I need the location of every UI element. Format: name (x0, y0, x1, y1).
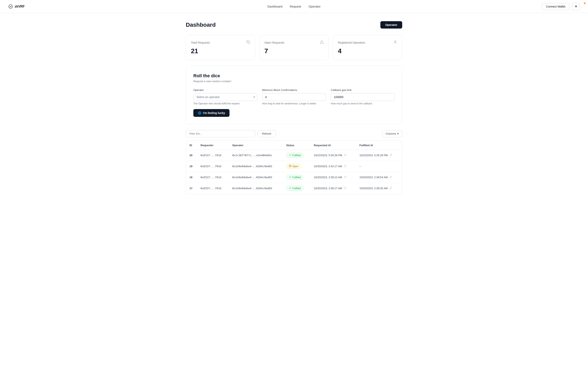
table-row: 18 0xE537...791d 0x1d4e9debe4...0264c9ed… (186, 172, 402, 183)
fulfilled-link-icon[interactable] (389, 176, 392, 179)
cell-requested-at: 10/20/2023, 2:42:17 AM (311, 161, 356, 172)
cell-operator: 0x1c36f7877c...e3e409e84c (229, 150, 283, 161)
svg-rect-1 (248, 42, 250, 44)
cell-status: Fulfilled (283, 150, 311, 161)
lucky-button[interactable]: 🌐 I'm feeling lucky (193, 109, 229, 117)
col-requested-at: Requested At (311, 141, 356, 150)
cell-operator: 0x1d4e9debe4...0264c9ed83 (229, 183, 283, 194)
svg-point-4 (395, 41, 396, 42)
status-icon (289, 176, 291, 179)
min-block-field-group: Minimum Block Confirmations How long to … (262, 89, 326, 105)
operator-label: Operator (193, 89, 257, 92)
cell-fulfilled-at: 10/20/2023, 2:38:35 AM (356, 183, 402, 194)
cell-fulfilled-at: 10/22/2023, 5:35:29 PM (356, 150, 402, 161)
requested-link-icon[interactable] (344, 154, 346, 157)
fulfilled-link-icon[interactable] (390, 154, 392, 157)
table-body: 20 0xE537...791d 0x1c36f7877c...e3e409e8… (186, 150, 402, 194)
cell-status: Fulfilled (283, 172, 311, 183)
stat-label-open: Open Requests (264, 41, 284, 44)
cell-requester: 0xE537...791d (197, 161, 229, 172)
cell-requester: 0xE537...791d (197, 183, 229, 194)
operator-nav-button[interactable]: Operator (380, 21, 402, 29)
toolbar-left: Refresh (186, 130, 276, 137)
callback-gas-hint: How much gas to send to the callback. (331, 102, 395, 105)
stat-value-total: 21 (191, 47, 250, 55)
lucky-button-label: I'm feeling lucky (203, 111, 225, 115)
col-operator: Operator (229, 141, 283, 150)
nav-link-operator[interactable]: Operator (309, 5, 320, 8)
requests-table: ID Requester Operator Status Requested A… (186, 141, 402, 194)
status-icon (289, 165, 291, 168)
refresh-button[interactable]: Refresh (258, 130, 276, 137)
logo-icon (8, 4, 13, 9)
callback-gas-field-group: Callback gas limit How much gas to send … (331, 89, 395, 105)
status-badge: Open (286, 164, 301, 169)
cell-fulfilled-at: – (356, 161, 402, 172)
copy-icon (246, 40, 250, 45)
status-badge: Fulfilled (286, 186, 303, 191)
cell-requested-at: 10/20/2023, 2:39:12 AM (311, 172, 356, 183)
table-row: 19 0xE537...791d 0x1d4e9debe4...0264c9ed… (186, 161, 402, 172)
cell-operator: 0x1d4e9debe4...0264c9ed83 (229, 172, 283, 183)
roll-title: Roll the dice (193, 73, 395, 78)
page-title: Dashboard (186, 22, 216, 28)
stat-card-total-requests: Total Requests 21 (186, 35, 255, 60)
table-section: Refresh Columns ▾ ID Requester Operator … (186, 130, 402, 194)
status-icon (289, 187, 291, 190)
nav-dot-indicator (584, 2, 586, 4)
nav-link-dashboard[interactable]: Dashboard (268, 5, 282, 8)
nav-right: Connect Wallet ☀ (542, 3, 580, 10)
operator-select-wrapper: Select an operator ▾ (193, 93, 257, 101)
operator-hint: The Operator who should fulfill the requ… (193, 102, 257, 105)
cell-id: 20 (186, 150, 198, 161)
filter-input[interactable] (186, 130, 255, 137)
stat-value-open: 7 (264, 47, 324, 55)
nav-link-request[interactable]: Request (290, 5, 301, 8)
cell-fulfilled-at: 10/20/2023, 2:39:54 AM (356, 172, 402, 183)
chevron-down-icon: ▾ (397, 132, 399, 135)
cell-operator: 0x1d4e9debe4...0264c9ed83 (229, 161, 283, 172)
requested-link-icon[interactable] (344, 187, 346, 190)
cell-id: 19 (186, 161, 198, 172)
fulfilled-link-icon[interactable] (389, 187, 392, 190)
globe-icon: 🌐 (198, 111, 201, 115)
main-content: Dashboard Operator Total Requests 21 Ope… (182, 13, 406, 202)
requested-link-icon[interactable] (344, 165, 346, 168)
cell-requested-at: 10/22/2023, 5:34:26 PM (311, 150, 356, 161)
requested-link-icon[interactable] (344, 176, 346, 179)
logo: zkVRF (8, 4, 25, 9)
connect-wallet-button[interactable]: Connect Wallet (542, 3, 570, 10)
table-row: 20 0xE537...791d 0x1c36f7877c...e3e409e8… (186, 150, 402, 161)
columns-label: Columns (386, 132, 396, 135)
col-status: Status (283, 141, 311, 150)
stat-value-operators: 4 (338, 47, 397, 55)
table-wrapper: ID Requester Operator Status Requested A… (186, 141, 402, 194)
theme-toggle-button[interactable]: ☀ (572, 3, 580, 10)
callback-gas-input[interactable] (331, 93, 395, 101)
table-toolbar: Refresh Columns ▾ (186, 130, 402, 137)
col-id: ID (186, 141, 198, 150)
operator-select[interactable]: Select an operator (193, 93, 257, 101)
cell-status: Open (283, 161, 311, 172)
roll-subtitle: Request a new random number! (193, 80, 395, 83)
cell-id: 18 (186, 172, 198, 183)
sun-icon: ☀ (575, 4, 577, 8)
stat-label-operators: Registered Operators (338, 41, 365, 44)
operator-field-group: Operator Select an operator ▾ The Operat… (193, 89, 257, 105)
table-head: ID Requester Operator Status Requested A… (186, 141, 402, 150)
status-icon (289, 154, 291, 157)
min-block-label: Minimum Block Confirmations (262, 89, 326, 92)
columns-button[interactable]: Columns ▾ (382, 130, 402, 137)
status-badge: Fulfilled (286, 175, 303, 180)
user-icon (393, 40, 397, 45)
stat-card-open-requests: Open Requests 7 (259, 35, 329, 60)
stat-card-operators: Registered Operators 4 (333, 35, 402, 60)
callback-gas-label: Callback gas limit (331, 89, 395, 92)
col-requester: Requester (197, 141, 229, 150)
cell-status: Fulfilled (283, 183, 311, 194)
min-block-hint: How long to wait for randomness. Longer … (262, 102, 326, 105)
min-block-input[interactable] (262, 93, 326, 101)
col-fulfilled-at: Fulfilled At (356, 141, 402, 150)
form-row: Operator Select an operator ▾ The Operat… (193, 89, 395, 105)
stat-label-total: Total Requests (191, 41, 210, 44)
